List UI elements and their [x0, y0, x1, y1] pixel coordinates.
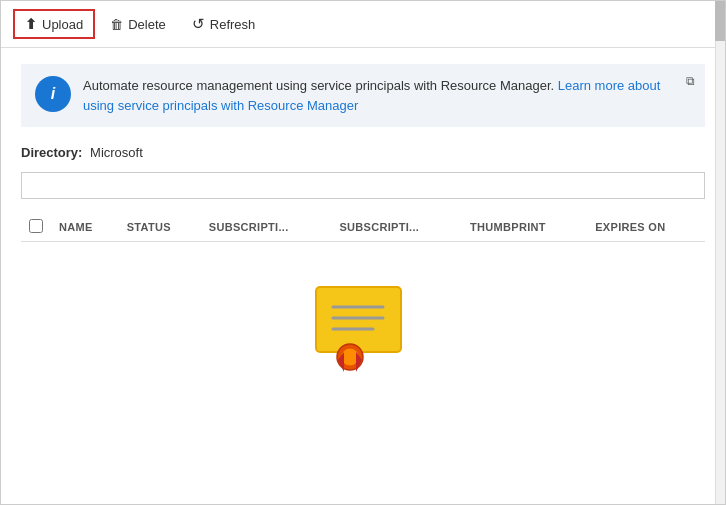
directory-row: Directory: Microsoft: [21, 145, 705, 160]
upload-icon: ⬆: [25, 16, 37, 32]
search-input[interactable]: [21, 172, 705, 199]
upload-button[interactable]: ⬆ Upload: [13, 9, 95, 39]
table-header-expires[interactable]: EXPIRES ON: [587, 213, 705, 242]
table-header-name[interactable]: NAME: [51, 213, 119, 242]
certificates-table: NAME STATUS SUBSCRIPTI... SUBSCRIPTI... …: [21, 213, 705, 242]
certificate-svg: [308, 282, 418, 372]
table-header-subscription2[interactable]: SUBSCRIPTI...: [331, 213, 462, 242]
table-header-row: NAME STATUS SUBSCRIPTI... SUBSCRIPTI... …: [21, 213, 705, 242]
info-static-text: Automate resource management using servi…: [83, 78, 558, 93]
upload-label: Upload: [42, 17, 83, 32]
delete-button[interactable]: 🗑 Delete: [99, 11, 177, 38]
directory-value: Microsoft: [90, 145, 143, 160]
info-banner: i Automate resource management using ser…: [21, 64, 705, 127]
toolbar: ⬆ Upload 🗑 Delete ↺ Refresh: [1, 1, 725, 48]
directory-label: Directory:: [21, 145, 82, 160]
table-header-subscription1[interactable]: SUBSCRIPTI...: [201, 213, 332, 242]
delete-label: Delete: [128, 17, 166, 32]
refresh-button[interactable]: ↺ Refresh: [181, 9, 267, 39]
content-area: i Automate resource management using ser…: [1, 48, 725, 499]
scrollbar[interactable]: [715, 1, 725, 504]
table-header-status[interactable]: STATUS: [119, 213, 201, 242]
main-container: ⬆ Upload 🗑 Delete ↺ Refresh i Automate r…: [0, 0, 726, 505]
certificate-illustration: [21, 282, 705, 372]
refresh-label: Refresh: [210, 17, 256, 32]
table-header-checkbox: [21, 213, 51, 242]
info-icon: i: [35, 76, 71, 112]
scrollbar-thumb[interactable]: [715, 1, 725, 41]
refresh-icon: ↺: [192, 15, 205, 33]
select-all-checkbox[interactable]: [29, 219, 43, 233]
table-header-thumbprint[interactable]: THUMBPRINT: [462, 213, 587, 242]
info-text: Automate resource management using servi…: [83, 76, 691, 115]
delete-icon: 🗑: [110, 17, 123, 32]
external-link-icon[interactable]: ⧉: [686, 74, 695, 88]
